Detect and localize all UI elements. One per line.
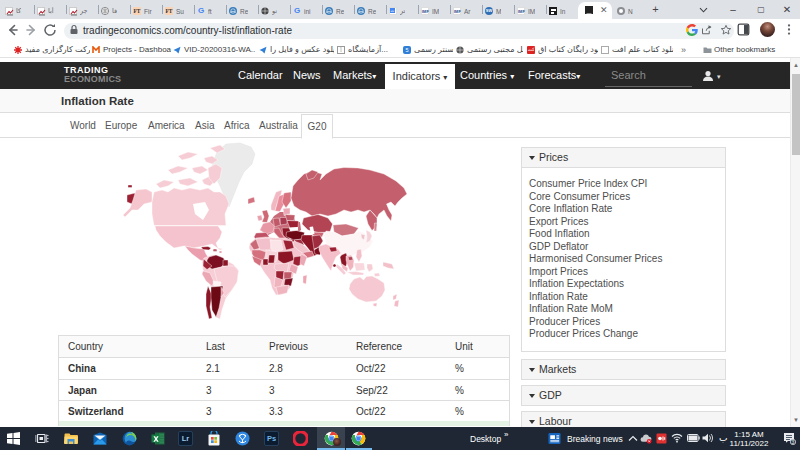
svg-text:3: 3 <box>792 440 795 445</box>
